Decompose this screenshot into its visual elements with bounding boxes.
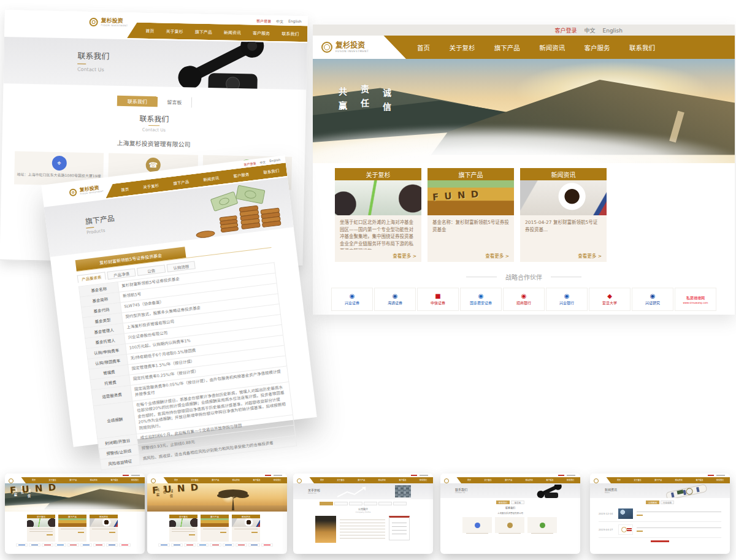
partner-logo[interactable]: ◉ 海通证券	[374, 288, 416, 311]
nav-item[interactable]: 客户服务	[233, 171, 250, 179]
nav-item: 新闻资讯	[675, 479, 683, 481]
card-more-link[interactable]: 查看更多 >	[393, 252, 416, 259]
nav-item[interactable]: 联系我们	[629, 43, 655, 52]
contact-card-text: 地址：上海市虹口区东大名路1080号国投大厦19楼	[14, 171, 103, 178]
card-title: 新闻资讯	[520, 168, 607, 180]
telephone-image	[534, 485, 567, 498]
partner-name: 招商银行	[516, 300, 531, 305]
home-card[interactable]: 关于复杉 坐落于虹口区北外滩的上海对冲基金园区——国内第一个专业型功能性对冲基金…	[335, 168, 421, 262]
home-page-screenshot[interactable]: 客户登录 中文 English 复杉投资 FUSON INVESTMENT 首页…	[313, 25, 735, 315]
nav-item: 联系我们	[274, 479, 281, 481]
nav-item[interactable]: 首页	[121, 186, 129, 193]
nav-item: 首页	[174, 479, 178, 481]
nav-item: 首页	[467, 479, 471, 481]
nav-item[interactable]: 联系我们	[263, 167, 280, 175]
lang-cn-link[interactable]: 中文	[584, 26, 595, 34]
contact-card-icon	[507, 523, 513, 528]
partner-logo[interactable]: ◆ 复旦大学	[589, 288, 631, 311]
partner-logo	[16, 543, 28, 547]
nav-item: 联系我们	[420, 479, 427, 481]
partner-logo[interactable]: ◉ 招商银行	[503, 288, 545, 311]
partner-logo[interactable]: ◉ 兴证研究	[632, 288, 673, 311]
thumb-contact-cards	[440, 515, 580, 533]
product-tab[interactable]: 公告	[137, 264, 166, 276]
hero-slider[interactable]: 共赢责任诚信	[313, 59, 735, 163]
partner-logo[interactable]: ◉ 国泰君安证券	[460, 288, 502, 311]
nav-item: 首页	[32, 479, 36, 481]
card-text: 坐落于虹口区北外滩的上海对冲基金园区——国内第一个专业型功能性对冲基金聚集地，集…	[340, 219, 416, 250]
thumbnail-news-page[interactable]: 首页关于复杉旗下产品新闻资讯客户服务联系我们 新闻资讯 News 公司新闻行业动…	[590, 474, 730, 554]
product-tab[interactable]: 产品要素表	[77, 272, 106, 283]
banner-title: 新闻资讯	[605, 487, 617, 491]
card-more-link[interactable]: 查看更多 >	[578, 252, 602, 259]
lang-en-link[interactable]: English	[288, 19, 302, 25]
tab-message-board[interactable]: 留言板	[158, 96, 192, 107]
nav-item: 新闻资讯	[378, 479, 386, 481]
partner-logo[interactable]: ◉ 兴业证券	[331, 288, 373, 311]
fund-details-table: 基金名称 复杉财富新领航5号证券投资基金 基金简称 新领航5号 基金代码 SLW…	[79, 263, 297, 470]
news-title-lines	[637, 512, 721, 516]
home-card[interactable]: 新闻资讯 2015-04-27 复杉财富新领航5号证券投资基... 查看更多 >	[520, 168, 607, 262]
product-tab[interactable]: 产品净值	[107, 268, 136, 280]
nav-item: 关于复杉	[485, 479, 492, 481]
footer-logo	[651, 540, 669, 542]
nav-item: 新闻资讯	[90, 479, 98, 481]
nav-item[interactable]: 首页	[145, 28, 154, 34]
nav-item[interactable]: 客户服务	[585, 43, 610, 52]
partners-row: ◉ 兴业证券 ◉ 海通证券 ■ 中信证券 ◉ 国泰君安证券 ◉ 招商银行 ◉	[331, 288, 716, 311]
contact-card-icon	[475, 523, 480, 528]
thumbnail-home-sunrise[interactable]: 首页关于复杉旗下产品新闻资讯客户服务联系我们 共赢责任诚信 关于复杉 旗下产品 …	[5, 474, 145, 554]
products-page-screenshot[interactable]: 客户登录 中文 English 复杉投资 FUSON INVESTMENT 首页…	[41, 155, 316, 447]
thumbnail-contact-page[interactable]: 首页关于复杉旗下产品新闻资讯客户服务联系我们 联系我们 Contact Us 联…	[440, 474, 580, 554]
nav-item[interactable]: 旗下产品	[195, 28, 212, 35]
partner-logo	[197, 543, 209, 547]
nav-item[interactable]: 客户服务	[253, 29, 270, 36]
partner-name: 海通证券	[388, 300, 402, 305]
thumb-banner-contact: 联系我们 Contact Us	[440, 483, 580, 498]
nav-item[interactable]: 新闻资讯	[203, 175, 220, 183]
thumbnail-home-savanna[interactable]: 首页关于复杉旗下产品新闻资讯客户服务联系我们 共赢责任诚信 关于复杉 旗下产品 …	[147, 474, 287, 554]
nav-item: 关于复杉	[49, 479, 56, 481]
partner-name: 兴证研究	[645, 300, 660, 305]
login-link[interactable]: 客户登录	[554, 26, 577, 34]
partner-logo-icon: ◉	[521, 293, 527, 299]
tab-contact-us[interactable]: 联系我们	[117, 96, 158, 107]
thumb-partners	[5, 541, 145, 547]
telephone-image	[160, 37, 290, 90]
lang-cn-link[interactable]: 中文	[276, 18, 283, 24]
partner-logo	[171, 543, 183, 547]
thumb-partners	[147, 541, 287, 547]
thumb-navbar: 首页关于复杉旗下产品新闻资讯客户服务联系我们	[147, 477, 287, 483]
thumb-cards: 关于复杉 旗下产品 新闻资讯	[5, 512, 145, 541]
news-list: 2015-12-04 2015-04-27	[590, 504, 730, 538]
nav-item[interactable]: 旗下产品	[173, 178, 190, 186]
partner-logo	[29, 543, 40, 547]
card-more-link[interactable]: 查看更多 >	[485, 252, 509, 259]
lang-cn-link[interactable]: 中文	[259, 159, 266, 164]
brand-logo[interactable]: 复杉投资 FUSON INVESTMENT	[89, 18, 128, 27]
partner-name: 兴业证券	[345, 300, 359, 305]
news-date: 2015-12-04	[599, 512, 615, 515]
nav-item[interactable]: 关于复杉	[143, 182, 159, 190]
nav-item[interactable]: 关于复杉	[449, 43, 475, 52]
banner-subtitle: News	[605, 491, 617, 494]
nav-item[interactable]: 首页	[417, 43, 430, 52]
lang-en-link[interactable]: English	[603, 28, 623, 34]
partner-logo[interactable]: 私募排排网 www.simuwang.com	[675, 288, 716, 311]
thumbnail-about-page[interactable]: 首页关于复杉旗下产品新闻资讯客户服务联系我们 关于复杉 About Us 公司简…	[293, 474, 433, 554]
nav-item[interactable]: 旗下产品	[494, 43, 520, 52]
brand-logo[interactable]: 复杉投资 FUSON INVESTMENT	[313, 36, 406, 59]
product-tab[interactable]: 认购流程	[167, 261, 196, 272]
partner-logo[interactable]: ■ 中信证券	[417, 288, 459, 311]
partner-logo[interactable]: ◉ 兴业银行	[546, 288, 588, 311]
brand-logo[interactable]: 复杉投资 FUSON INVESTMENT	[69, 185, 104, 197]
card-image	[335, 180, 421, 215]
login-link[interactable]: 客户登录	[256, 18, 271, 25]
partner-logo-icon: ◆	[607, 293, 612, 299]
home-card[interactable]: 旗下产品 基金名称：复杉财富新领航5号证券投资基金 查看更多 >	[427, 168, 514, 262]
partner-logo	[55, 543, 66, 547]
nav-item[interactable]: 新闻资讯	[224, 29, 241, 36]
nav-item[interactable]: 新闻资讯	[539, 43, 565, 52]
nav-item[interactable]: 联系我们	[282, 30, 299, 37]
nav-item[interactable]: 关于复杉	[166, 28, 183, 35]
